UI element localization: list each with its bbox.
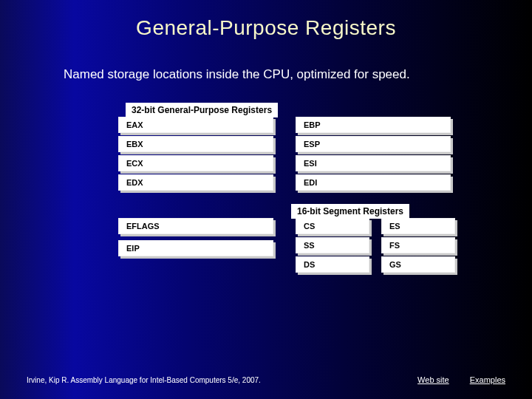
reg-cs: CS (296, 218, 369, 234)
reg-eax: EAX (118, 117, 273, 133)
col-32-right: EBP ESP ESI EDI (296, 117, 451, 194)
col-segments: CS SS DS ES FS GS (296, 218, 455, 276)
reg-ecx: ECX (118, 155, 273, 171)
subtitle: Named storage locations inside the CPU, … (0, 40, 458, 83)
reg-edi: EDI (296, 174, 451, 191)
reg-es: ES (381, 218, 455, 234)
link-website[interactable]: Web site (417, 375, 449, 384)
reg-eflags: EFLAGS (118, 218, 273, 234)
col-flags: EFLAGS EIP (118, 218, 273, 276)
reg-esp: ESP (296, 136, 451, 152)
register-diagram: 32-bit General-Purpose Registers EAX EBX… (118, 103, 452, 276)
caption-16bit: 16-bit Segment Registers (291, 204, 409, 219)
reg-fs: FS (381, 237, 455, 253)
caption-32bit: 32-bit General-Purpose Registers (126, 103, 278, 117)
section-16bit: 16-bit Segment Registers EFLAGS EIP CS S… (118, 204, 452, 276)
reg-gs: GS (381, 256, 455, 273)
page-title: General-Purpose Registers (0, 0, 532, 40)
reg-ebp: EBP (296, 117, 451, 133)
reg-ebx: EBX (118, 136, 273, 152)
footer: Irvine, Kip R. Assembly Language for Int… (27, 375, 505, 384)
reg-esi: ESI (296, 155, 451, 171)
reg-eip: EIP (118, 240, 273, 256)
reg-edx: EDX (118, 174, 273, 191)
footer-credit: Irvine, Kip R. Assembly Language for Int… (27, 376, 397, 384)
reg-ss: SS (296, 237, 369, 253)
col-32-left: EAX EBX ECX EDX (118, 117, 273, 194)
reg-ds: DS (296, 256, 369, 273)
link-examples[interactable]: Examples (470, 375, 505, 384)
section-32bit: 32-bit General-Purpose Registers EAX EBX… (118, 103, 452, 194)
